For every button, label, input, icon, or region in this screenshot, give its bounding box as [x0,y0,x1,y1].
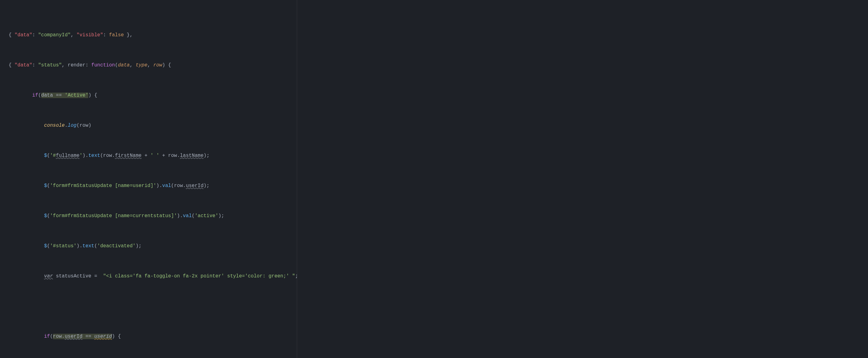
code-line[interactable]: { "data": "companyId", "visible": false … [9,31,868,39]
code-line[interactable]: { "data": "status", render: function(dat… [9,62,868,69]
punct: ( [192,213,195,219]
method: text [83,243,94,249]
indent [9,93,32,98]
code-line[interactable]: $('#status').text('deactivated'); [9,242,868,250]
punct: ) { [112,334,121,339]
code-line[interactable]: var statusActive = "<i class='fa fa-togg… [9,272,868,280]
punct: ); [218,213,224,219]
punct: . [183,183,186,189]
punct: ( [94,243,97,249]
code-line[interactable]: $('form#frmStatusUpdate [name=currentsta… [9,212,868,220]
punct: ( [115,62,118,68]
code-line[interactable]: if(data == 'Active') { [9,92,868,99]
string: ' ' [150,153,159,158]
jquery: $ [44,153,47,158]
jquery: $ [44,243,47,249]
punct: ( [38,93,41,98]
string: "<i class='fa fa-toggle-on fa-2x pointer… [103,273,295,279]
string: 'Active' [65,93,88,98]
param: data [118,62,129,68]
prop: firstName [115,153,142,158]
punct: { [9,62,14,68]
punct: ( [47,183,50,189]
punct: . [112,153,115,158]
object-key: "visible" [76,32,103,38]
punct: = [91,273,103,279]
punct [83,334,86,339]
punct: : [103,32,109,38]
punct: }, [124,32,132,38]
punct: . [62,334,65,339]
string-warn: fullname [56,153,80,158]
method: val [183,213,192,219]
indent [9,183,44,189]
punct: ( [171,183,174,189]
punct: { [9,32,14,38]
keyword: if [32,93,38,98]
ident-highlight: data [41,93,53,98]
prop: userId [65,334,83,339]
string: 'deactivated' [97,243,136,249]
string: "companyId" [38,32,71,38]
punct: ( [47,243,50,249]
code-line[interactable]: $('#fullname').text(row.firstName + ' ' … [9,152,868,160]
code-line[interactable]: $('form#frmStatusUpdate [name=userid]').… [9,182,868,190]
code-editor[interactable]: { "data": "companyId", "visible": false … [0,0,868,358]
ident-unresolved: userid [94,334,112,339]
boolean: false [109,32,124,38]
string: ' [80,153,83,158]
param: row [153,62,162,68]
jquery: $ [44,213,47,219]
punct: , [147,62,153,68]
ident-highlight: row [53,334,62,339]
string: 'form#frmStatusUpdate [name=currentstatu… [50,213,177,219]
punct: ( [47,153,50,158]
ident: row [103,153,112,158]
punct: . [177,153,180,158]
object-key: "data" [14,62,32,68]
string: 'form#frmStatusUpdate [name=userid]' [50,183,156,189]
punct: : [32,62,38,68]
string: '#status' [50,243,76,249]
keyword-var: var [44,273,53,279]
ruler-guide [297,0,297,358]
punct: ( [100,153,103,158]
indent [9,213,44,219]
punct: ( [50,334,53,339]
punct: ) { [88,93,97,98]
object-key: "data" [14,32,32,38]
indent [9,153,44,158]
indent [9,243,44,249]
punct: : [32,32,38,38]
punct: , [71,32,76,38]
punct: ); [136,243,142,249]
punct: ). [156,183,162,189]
code-line[interactable]: if(row.userId == userid) { [9,333,868,340]
op: == [56,93,62,98]
punct: . [65,123,68,128]
punct: ) [88,123,91,128]
keyword: if [44,334,50,339]
method: log [68,123,76,128]
method: val [162,183,171,189]
indent [9,334,44,339]
punct: + [142,153,150,158]
punct: ). [83,153,88,158]
punct: , [130,62,136,68]
code-line-blank[interactable] [9,303,868,310]
punct [53,273,56,279]
punct [62,93,65,98]
code-line[interactable]: console.log(row) [9,122,868,129]
string: '# [50,153,56,158]
prop: userId [186,183,204,189]
prop: lastName [180,153,204,158]
ident: row [168,153,177,158]
punct: ( [47,213,50,219]
ident: row [174,183,183,189]
punct: ); [204,153,210,158]
jquery: $ [44,183,47,189]
punct: ) { [162,62,171,68]
punct: : [86,62,91,68]
punct: , [62,62,68,68]
keyword: function [91,62,115,68]
